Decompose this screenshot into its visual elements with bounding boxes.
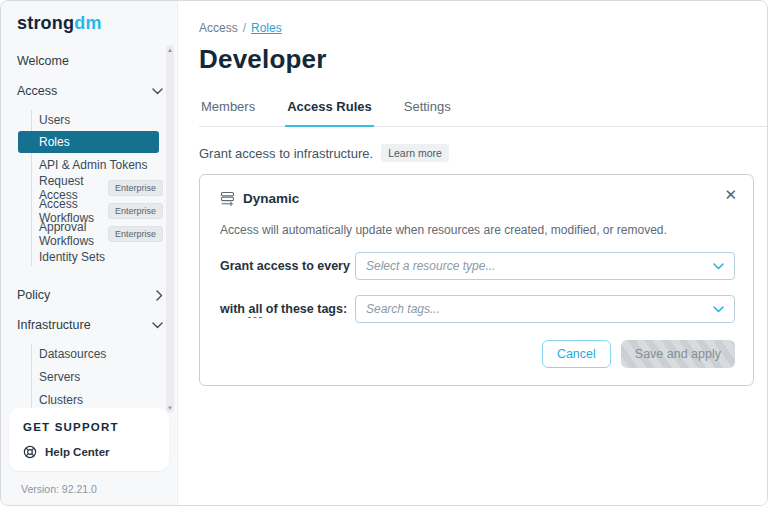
- sidebar-item-label: Roles: [39, 135, 70, 149]
- dynamic-access-rule-card: Dynamic ✕ Access will automatically upda…: [199, 174, 754, 386]
- sidebar-nav: Welcome Access Users Roles API & Admin T…: [1, 46, 177, 434]
- get-support-card: GET SUPPORT Help Center: [9, 408, 169, 471]
- sidebar-item-access[interactable]: Access: [1, 76, 177, 106]
- chevron-right-icon: [156, 290, 163, 301]
- enterprise-badge: Enterprise: [108, 203, 163, 219]
- enterprise-badge: Enterprise: [108, 180, 163, 196]
- sidebar-item-label: Policy: [17, 288, 50, 302]
- resource-type-select[interactable]: [355, 252, 735, 280]
- dynamic-resources-icon: [220, 191, 235, 206]
- sidebar-item-label: Datasources: [39, 347, 106, 361]
- sidebar-item-welcome[interactable]: Welcome: [1, 46, 177, 76]
- sidebar-item-policy[interactable]: Policy: [1, 280, 177, 310]
- breadcrumb-roles-link[interactable]: Roles: [251, 21, 282, 35]
- close-icon[interactable]: ✕: [724, 187, 737, 202]
- intro-row: Grant access to infrastructure. Learn mo…: [199, 144, 767, 162]
- sidebar: strongdm Welcome Access Users Roles: [1, 1, 178, 505]
- tags-row: with all of these tags:: [220, 295, 735, 323]
- breadcrumb-separator: /: [243, 21, 246, 35]
- sidebar-item-label: Identity Sets: [39, 250, 105, 264]
- sidebar-item-label: Users: [39, 113, 70, 127]
- resource-type-row: Grant access to every: [220, 252, 735, 280]
- sidebar-item-label: Welcome: [17, 54, 69, 68]
- logo-text-dm: dm: [74, 13, 101, 33]
- sidebar-item-servers[interactable]: Servers: [1, 365, 177, 388]
- card-description: Access will automatically update when re…: [220, 223, 735, 237]
- sidebar-item-users[interactable]: Users: [1, 108, 177, 131]
- card-actions: Cancel Save and apply: [220, 340, 735, 368]
- app-window: strongdm Welcome Access Users Roles: [0, 0, 768, 506]
- enterprise-badge: Enterprise: [108, 226, 163, 242]
- sidebar-item-roles[interactable]: Roles: [18, 131, 159, 153]
- chevron-down-icon: [152, 322, 163, 329]
- strongdm-logo[interactable]: strongdm: [1, 1, 177, 34]
- chevron-down-icon: [152, 88, 163, 95]
- life-ring-icon: [23, 445, 37, 459]
- main-content: Access/Roles Developer Members Access Ru…: [178, 1, 767, 505]
- sidebar-item-label: Access: [17, 84, 57, 98]
- tags-label-suffix: of these tags:: [262, 302, 347, 316]
- sidebar-item-approval-workflows[interactable]: Approval Workflows Enterprise: [1, 222, 177, 245]
- get-support-heading: GET SUPPORT: [23, 421, 155, 433]
- sidebar-item-label: Approval Workflows: [39, 220, 108, 248]
- sidebar-item-label: Infrastructure: [17, 318, 91, 332]
- help-center-label: Help Center: [45, 446, 110, 458]
- tab-access-rules[interactable]: Access Rules: [285, 99, 374, 127]
- scroll-up-arrow-icon[interactable]: ▲: [166, 46, 174, 54]
- tags-label-prefix: with: [220, 302, 248, 316]
- tags-select[interactable]: [355, 295, 735, 323]
- resource-type-label: Grant access to every: [220, 259, 355, 273]
- save-and-apply-button[interactable]: Save and apply: [621, 340, 735, 368]
- sidebar-item-datasources[interactable]: Datasources: [1, 342, 177, 365]
- page-title: Developer: [199, 44, 767, 75]
- tab-bar: Members Access Rules Settings: [199, 99, 767, 127]
- breadcrumb-access[interactable]: Access: [199, 21, 238, 35]
- learn-more-badge[interactable]: Learn more: [381, 144, 449, 162]
- sidebar-item-infrastructure[interactable]: Infrastructure: [1, 310, 177, 340]
- tab-settings[interactable]: Settings: [402, 99, 453, 126]
- spacer: [1, 272, 177, 280]
- resource-type-input[interactable]: [366, 259, 713, 273]
- card-title: Dynamic: [243, 191, 299, 206]
- sidebar-item-label: Clusters: [39, 393, 83, 407]
- tab-members[interactable]: Members: [199, 99, 257, 126]
- help-center-link[interactable]: Help Center: [23, 445, 155, 459]
- tags-label: with all of these tags:: [220, 302, 355, 316]
- sidebar-item-identity-sets[interactable]: Identity Sets: [1, 245, 177, 268]
- tags-search-input[interactable]: [366, 302, 713, 316]
- sidebar-item-label: API & Admin Tokens: [39, 158, 148, 172]
- sidebar-scrollbar[interactable]: ▲ ▼: [166, 45, 174, 413]
- logo-text-strong: strong: [17, 13, 74, 33]
- tags-label-all: all: [248, 302, 262, 318]
- select-chevron-down-icon[interactable]: [713, 263, 724, 270]
- scroll-down-arrow-icon[interactable]: ▼: [166, 404, 174, 412]
- version-label: Version: 92.21.0: [21, 483, 97, 495]
- intro-text: Grant access to infrastructure.: [199, 146, 373, 161]
- sidebar-item-label: Servers: [39, 370, 80, 384]
- cancel-button[interactable]: Cancel: [542, 340, 611, 368]
- card-header: Dynamic ✕: [220, 191, 735, 206]
- select-chevron-down-icon[interactable]: [713, 306, 724, 313]
- access-subgroup: Users Roles API & Admin Tokens Request A…: [1, 108, 177, 268]
- breadcrumb: Access/Roles: [199, 21, 767, 35]
